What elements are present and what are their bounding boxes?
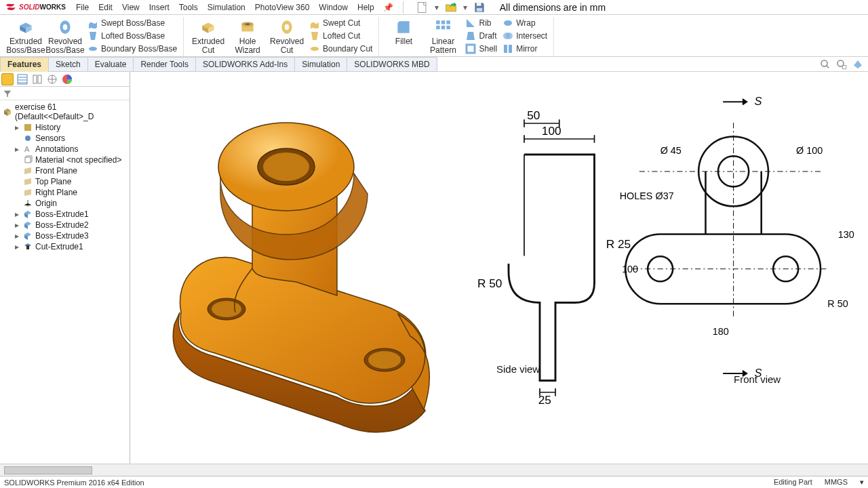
status-dropdown-icon[interactable]: ▾ [860, 478, 864, 487]
feature-tree[interactable]: exercise 61 (Default<<Default>_D ▸Histor… [0, 100, 130, 464]
save-icon[interactable] [473, 1, 486, 14]
svg-rect-14 [441, 26, 445, 29]
shell-button[interactable]: Shell [463, 43, 499, 55]
svg-rect-11 [441, 20, 445, 24]
tree-material[interactable]: Material <not specified> [0, 155, 130, 165]
draft-button[interactable]: Draft [463, 30, 499, 42]
svg-rect-24 [33, 75, 37, 83]
main-menu: File Edit View Insert Tools Simulation P… [71, 1, 379, 14]
open-icon[interactable] [444, 1, 458, 14]
svg-text:A: A [24, 145, 30, 153]
menu-simulation[interactable]: Simulation [203, 1, 250, 14]
svg-text:R 50: R 50 [477, 277, 502, 290]
zoom-area-icon[interactable] [835, 58, 848, 70]
qat-dropdown-icon[interactable]: ▾ [463, 3, 467, 12]
appearance-icon[interactable] [852, 58, 864, 70]
wrap-button[interactable]: Wrap [500, 17, 549, 29]
menu-insert[interactable]: Insert [144, 1, 174, 14]
front-view-label: Front view [734, 373, 781, 385]
svg-text:Ø 45: Ø 45 [660, 146, 682, 157]
linear-pattern-button[interactable]: Linear Pattern [424, 17, 462, 56]
hole-wizard-button[interactable]: Hole Wizard [229, 17, 267, 56]
tree-boss-extrude3[interactable]: ▸Boss-Extrude3 [0, 230, 130, 241]
menu-help[interactable]: Help [353, 1, 379, 14]
new-icon[interactable] [416, 1, 429, 14]
svg-rect-15 [447, 26, 450, 29]
dimxpert-icon[interactable] [46, 73, 58, 85]
menu-view[interactable]: View [117, 1, 144, 14]
tree-right-plane[interactable]: Right Plane [0, 187, 130, 198]
menu-edit[interactable]: Edit [94, 1, 117, 14]
tab-evaluate[interactable]: Evaluate [87, 57, 134, 72]
tree-boss-extrude2[interactable]: ▸Boss-Extrude2 [0, 220, 130, 230]
svg-text:100: 100 [622, 264, 638, 274]
tab-addins[interactable]: SOLIDWORKS Add-Ins [195, 57, 295, 72]
tree-boss-extrude1[interactable]: ▸Boss-Extrude1 [0, 209, 130, 220]
extruded-cut-button[interactable]: Extruded Cut [189, 17, 227, 56]
features-ribbon: Extruded Boss/Base Revolved Boss/Base Sw… [0, 15, 868, 57]
tree-top-plane[interactable]: Top Plane [0, 176, 130, 187]
fillet-button[interactable]: Fillet [384, 17, 422, 47]
swept-cut-button[interactable]: Swept Cut [307, 17, 374, 29]
status-units[interactable]: MMGS [825, 478, 848, 487]
intersect-button[interactable]: Intersect [500, 30, 549, 42]
model-canvas[interactable]: 100 50 R 25 R 50 25 Side view [130, 72, 868, 464]
property-manager-icon[interactable] [16, 73, 28, 85]
svg-rect-22 [843, 65, 846, 68]
zoom-fit-icon[interactable] [819, 58, 831, 70]
filter-icon[interactable] [3, 89, 12, 98]
command-tabs: Features Sketch Evaluate Render Tools SO… [0, 57, 868, 72]
swept-boss-button[interactable]: Swept Boss/Base [85, 17, 179, 29]
drawing-front-view: S S Ø 45 Ø 100 2 HOLES Ø37 100 130 R 50 … [618, 75, 868, 421]
config-manager-icon[interactable] [31, 73, 43, 85]
tree-sensors[interactable]: Sensors [0, 133, 130, 144]
svg-rect-1 [477, 3, 481, 5]
svg-text:2 HOLES Ø37: 2 HOLES Ø37 [618, 190, 674, 201]
revolved-cut-button[interactable]: Revolved Cut [268, 17, 306, 56]
display-manager-icon[interactable] [61, 73, 73, 85]
svg-text:R 50: R 50 [827, 299, 848, 310]
tab-render-tools[interactable]: Render Tools [133, 57, 196, 72]
status-mode: Editing Part [774, 478, 812, 487]
app-brand: SOLIDWORKS [0, 2, 71, 13]
quick-access-toolbar: ▾ ▾ [409, 1, 493, 14]
tree-cut-extrude1[interactable]: ▸Cut-Extrude1 [0, 241, 130, 252]
lofted-boss-button[interactable]: Lofted Boss/Base [85, 30, 179, 42]
menu-photoview[interactable]: PhotoView 360 [250, 1, 315, 14]
scroll-thumb[interactable] [4, 466, 92, 474]
tree-root[interactable]: exercise 61 (Default<<Default>_D [0, 102, 130, 122]
svg-text:S: S [754, 96, 762, 108]
solidworks-icon [5, 2, 16, 13]
tab-features[interactable]: Features [0, 57, 49, 72]
horizontal-scrollbar[interactable] [0, 464, 868, 476]
tab-sketch[interactable]: Sketch [48, 57, 88, 72]
svg-point-35 [368, 351, 401, 369]
mirror-button[interactable]: Mirror [500, 43, 549, 55]
status-bar: SOLIDWORKS Premium 2016 x64 Edition Edit… [0, 476, 868, 488]
svg-point-38 [263, 152, 309, 181]
svg-text:130: 130 [838, 229, 854, 240]
feature-manager-icon[interactable] [1, 73, 14, 85]
extruded-boss-button[interactable]: Extruded Boss/Base [7, 17, 45, 56]
menu-window[interactable]: Window [314, 1, 353, 14]
revolved-boss-button[interactable]: Revolved Boss/Base [46, 17, 84, 56]
menu-tools[interactable]: Tools [174, 1, 203, 14]
svg-point-4 [63, 24, 68, 30]
qat-dropdown-icon[interactable]: ▾ [435, 3, 439, 12]
tab-simulation[interactable]: Simulation [294, 57, 347, 72]
menu-file[interactable]: File [71, 1, 94, 14]
tree-origin[interactable]: Origin [0, 198, 130, 209]
lofted-cut-button[interactable]: Lofted Cut [307, 30, 374, 42]
rib-button[interactable]: Rib [463, 17, 499, 29]
part-model [140, 75, 459, 441]
boundary-cut-button[interactable]: Boundary Cut [307, 43, 374, 55]
boundary-boss-button[interactable]: Boundary Boss/Base [85, 43, 179, 55]
tree-history[interactable]: ▸History [0, 122, 130, 133]
svg-rect-13 [437, 26, 440, 29]
tree-annotations[interactable]: ▸AAnnotations [0, 144, 130, 155]
svg-text:50: 50 [527, 109, 540, 123]
svg-text:100: 100 [542, 125, 561, 138]
tree-front-plane[interactable]: Front Plane [0, 165, 130, 176]
pin-icon[interactable]: 📌 [379, 3, 397, 12]
tab-mbd[interactable]: SOLIDWORKS MBD [347, 57, 437, 72]
